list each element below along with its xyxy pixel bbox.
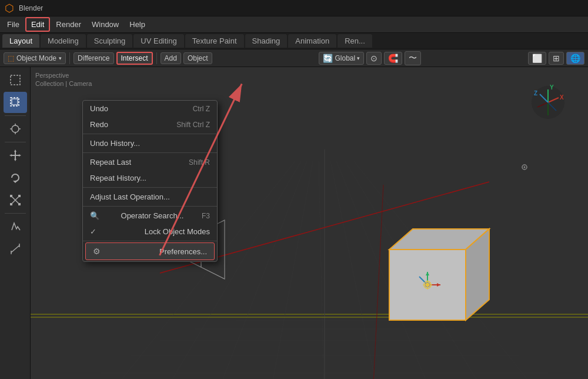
redo-shortcut: Shift Ctrl Z xyxy=(176,121,210,129)
add-menu[interactable]: Add xyxy=(161,52,181,64)
mode-icon: ⬚ xyxy=(8,54,14,62)
svg-rect-0 xyxy=(11,75,20,85)
svg-rect-17 xyxy=(10,195,12,197)
tab-sculpting[interactable]: Sculpting xyxy=(87,34,132,48)
menu-preferences[interactable]: ⚙ Preferences... xyxy=(85,242,215,260)
operator-search-shortcut: F3 xyxy=(202,212,210,220)
chevron-down-icon: ▾ xyxy=(59,55,62,61)
menu-repeat-last[interactable]: Repeat Last Shift R xyxy=(83,154,217,170)
tab-modeling[interactable]: Modeling xyxy=(41,34,86,48)
tool-rotate[interactable] xyxy=(4,167,27,188)
workspace-tabs: Layout Modeling Sculpting UV Editing Tex… xyxy=(0,33,588,49)
menu-operator-search[interactable]: 🔍 Operator Search... F3 xyxy=(83,208,217,224)
gear-icon: ⚙ xyxy=(93,247,101,256)
dd-sep1 xyxy=(83,134,217,134)
intersect-tab[interactable]: Intersect xyxy=(116,52,153,65)
mode-label: Object Mode xyxy=(16,54,56,62)
left-sidebar xyxy=(0,67,31,379)
svg-marker-12 xyxy=(9,154,12,157)
dd-sep5 xyxy=(83,241,217,241)
title-bar: ⬡ Blender xyxy=(0,0,588,16)
app-title: Blender xyxy=(19,4,43,12)
object-mode-selector[interactable]: ⬚ Object Mode ▾ xyxy=(4,52,66,64)
menu-item-help[interactable]: Help xyxy=(125,18,150,31)
checkmark-icon: ✓ xyxy=(90,227,96,236)
tool-scale[interactable] xyxy=(4,190,27,211)
chevron-transform-icon: ▾ xyxy=(357,55,360,61)
cube-object xyxy=(389,229,489,320)
svg-text:X: X xyxy=(560,94,564,101)
viewport-header: ⬚ Object Mode ▾ Difference Intersect Add… xyxy=(0,49,588,67)
svg-line-38 xyxy=(319,161,325,379)
svg-marker-13 xyxy=(19,154,21,157)
menu-undo[interactable]: Undo Ctrl Z xyxy=(83,101,217,117)
menu-undo-history[interactable]: Undo History... xyxy=(83,135,217,151)
menu-item-window[interactable]: Window xyxy=(87,18,123,31)
tool-measure[interactable] xyxy=(4,238,27,260)
menu-item-file[interactable]: File xyxy=(2,18,24,31)
view-gizmo: X Y Z xyxy=(532,84,564,119)
menu-adjust-last[interactable]: Adjust Last Operation... xyxy=(83,189,217,205)
separator xyxy=(69,52,70,64)
tab-rendering[interactable]: Ren... xyxy=(338,34,372,48)
dd-sep4 xyxy=(83,206,217,207)
tab-uv-editing[interactable]: UV Editing xyxy=(133,34,183,48)
tool-annotate[interactable] xyxy=(4,216,27,237)
sidebar-separator2 xyxy=(5,142,26,142)
snap-btn[interactable]: 🧲 xyxy=(384,52,402,65)
svg-point-3 xyxy=(12,125,19,132)
overlays-btn[interactable]: ⊞ xyxy=(549,52,564,65)
tab-texture-paint[interactable]: Texture Paint xyxy=(185,34,244,48)
separator2 xyxy=(156,52,157,64)
tool-select-active[interactable] xyxy=(4,92,27,113)
object-menu[interactable]: Object xyxy=(183,52,212,64)
dd-sep3 xyxy=(83,187,217,188)
menu-item-render[interactable]: Render xyxy=(51,18,86,31)
tab-shading[interactable]: Shading xyxy=(245,34,288,48)
repeat-history-label: Repeat History... xyxy=(90,174,146,182)
operator-search-label: Operator Search... xyxy=(121,211,184,220)
tool-cursor[interactable] xyxy=(4,118,27,139)
gizmos-btn[interactable]: 🌐 xyxy=(566,52,584,65)
repeat-last-shortcut: Shift R xyxy=(189,158,210,167)
transform-label: Global xyxy=(335,54,355,62)
sidebar-separator1 xyxy=(5,115,26,116)
svg-text:Z: Z xyxy=(534,90,537,97)
undo-history-label: Undo History... xyxy=(90,139,140,148)
viewport-shading-btn[interactable]: ⬜ xyxy=(528,52,546,65)
edit-dropdown: Undo Ctrl Z Redo Shift Ctrl Z Undo Histo… xyxy=(82,100,218,262)
svg-rect-2 xyxy=(12,99,18,105)
svg-line-21 xyxy=(11,245,19,252)
dd-sep2 xyxy=(83,152,217,153)
svg-rect-18 xyxy=(18,195,21,197)
undo-shortcut: Ctrl Z xyxy=(193,105,210,113)
search-icon: 🔍 xyxy=(90,211,99,220)
svg-line-36 xyxy=(207,161,307,379)
menu-bar: File Edit Render Window Help xyxy=(0,16,588,33)
viewport-collection: Collection | Camera xyxy=(35,80,92,87)
menu-item-edit[interactable]: Edit xyxy=(25,17,50,32)
main-area: X Y Z Perspective Collection | Camera Un… xyxy=(0,67,588,379)
svg-marker-10 xyxy=(14,149,16,152)
menu-redo[interactable]: Redo Shift Ctrl Z xyxy=(83,117,217,132)
svg-text:Y: Y xyxy=(550,84,554,91)
menu-lock-object-modes[interactable]: ✓ Lock Object Modes xyxy=(83,224,217,240)
transform-orientation[interactable]: 🔄 Global ▾ xyxy=(319,52,364,65)
difference-tab[interactable]: Difference xyxy=(74,52,113,64)
tool-move[interactable] xyxy=(4,145,27,166)
viewport[interactable]: X Y Z Perspective Collection | Camera Un… xyxy=(31,67,588,379)
svg-marker-11 xyxy=(14,159,16,161)
sidebar-separator3 xyxy=(5,213,26,214)
tab-layout[interactable]: Layout xyxy=(2,34,39,48)
svg-line-37 xyxy=(266,161,313,379)
menu-repeat-history[interactable]: Repeat History... xyxy=(83,170,217,186)
lock-object-modes-label: Lock Object Modes xyxy=(145,227,210,236)
blender-logo-icon: ⬡ xyxy=(5,2,14,15)
tool-select-box[interactable] xyxy=(4,69,27,91)
proportional-btn[interactable]: 〜 xyxy=(405,51,421,65)
repeat-last-label: Repeat Last xyxy=(90,158,131,167)
tab-animation[interactable]: Animation xyxy=(288,34,336,48)
svg-rect-19 xyxy=(10,203,12,205)
undo-label: Undo xyxy=(90,104,108,113)
proportional-editing-btn[interactable]: ⊙ xyxy=(366,52,382,65)
